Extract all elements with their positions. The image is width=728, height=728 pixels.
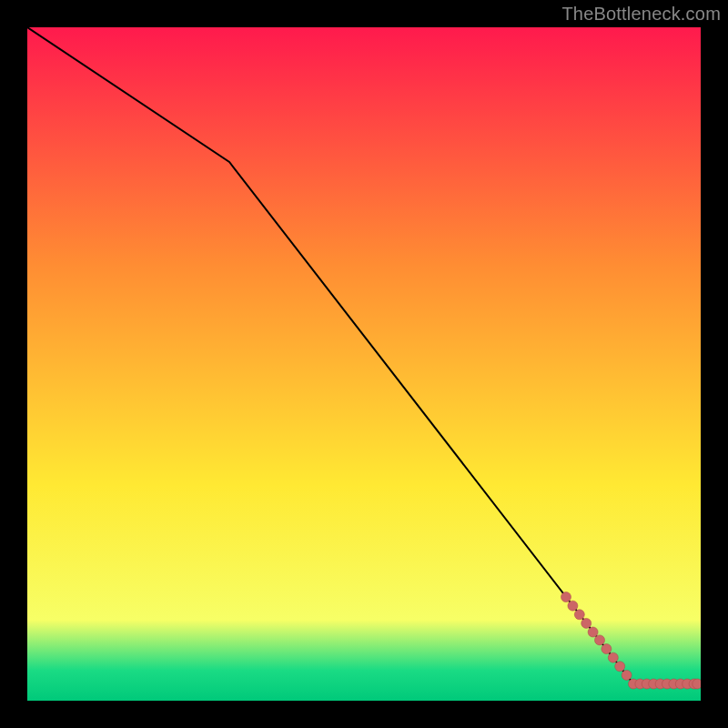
gradient-rect xyxy=(27,27,701,701)
chart-frame: TheBottleneck.com xyxy=(0,0,728,728)
marker-point xyxy=(595,635,605,645)
chart-svg xyxy=(27,27,701,701)
marker-point xyxy=(568,601,578,611)
marker-point xyxy=(615,662,625,672)
marker-point xyxy=(588,627,598,637)
marker-point xyxy=(581,618,592,628)
watermark-text: TheBottleneck.com xyxy=(561,4,721,25)
marker-point xyxy=(622,670,632,680)
marker-point xyxy=(608,652,618,662)
marker-point xyxy=(602,644,612,654)
marker-point xyxy=(574,610,584,620)
marker-point xyxy=(693,679,701,689)
plot-area xyxy=(27,27,701,701)
marker-point xyxy=(561,592,571,602)
